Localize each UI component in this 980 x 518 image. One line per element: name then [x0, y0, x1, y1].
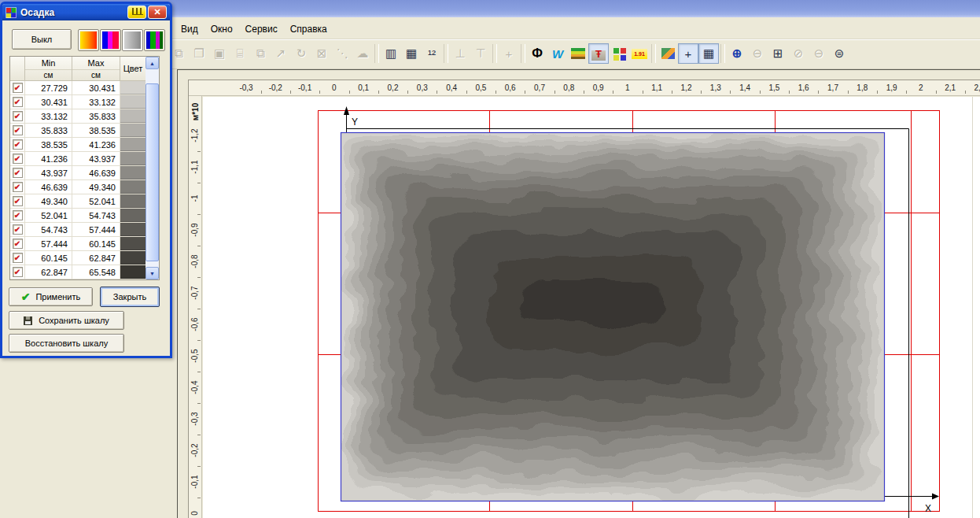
h-ruler-label: 1,5: [761, 83, 787, 92]
h-ruler-label: 1,4: [731, 83, 758, 92]
color-swatch[interactable]: [120, 124, 146, 137]
color-swatch[interactable]: [120, 95, 146, 109]
row-checkbox[interactable]: ✔: [13, 224, 23, 235]
color-swatch[interactable]: [120, 138, 146, 151]
copy-window-icon: ❐: [189, 43, 209, 64]
color-swatch[interactable]: [120, 251, 146, 265]
color-swatch[interactable]: [120, 223, 146, 236]
axes-toggle-icon[interactable]: +: [678, 43, 698, 64]
color-swatch[interactable]: [120, 194, 146, 208]
palette-green-blue-button[interactable]: [144, 29, 165, 51]
menu-item-Сервис[interactable]: Сервис: [239, 21, 284, 37]
scale-row[interactable]: ✔38.53541.236: [10, 138, 146, 152]
scale-row[interactable]: ✔35.83338.535: [10, 124, 146, 138]
color-swatch[interactable]: [120, 81, 146, 94]
color-swatch[interactable]: [120, 237, 146, 250]
h-ruler-label: 1: [614, 83, 641, 92]
legend-colors-icon[interactable]: [609, 43, 629, 64]
dialog-title-bar[interactable]: Осадка ✕: [2, 4, 170, 20]
color-swatch[interactable]: [120, 109, 146, 123]
color-swatch[interactable]: [120, 265, 146, 279]
max-value: 35.833: [72, 109, 120, 123]
min-value: 35.833: [25, 124, 72, 137]
settlement-probe-icon[interactable]: Ŧ: [588, 43, 609, 64]
off-button[interactable]: Выкл: [12, 29, 72, 50]
moisture-icon[interactable]: W: [547, 43, 568, 64]
close-icon[interactable]: ✕: [148, 6, 167, 19]
row-checkbox[interactable]: ✔: [13, 210, 23, 220]
v-ruler-label: -0,6: [190, 312, 200, 337]
color-swatch[interactable]: [120, 152, 146, 165]
scale-row[interactable]: ✔57.44460.145: [10, 237, 146, 251]
table-scrollbar[interactable]: ▲ ▼: [146, 57, 159, 279]
h-ruler-label: 0,1: [350, 83, 377, 92]
scale-row[interactable]: ✔46.63949.340: [10, 180, 146, 194]
menu-item-Справка[interactable]: Справка: [284, 21, 333, 37]
row-checkbox[interactable]: ✔: [13, 182, 23, 192]
scroll-down-icon[interactable]: ▼: [146, 267, 159, 279]
zoom-extents-icon[interactable]: ⊜: [829, 43, 849, 64]
settlement-plot[interactable]: Y X: [203, 96, 971, 518]
scale-row[interactable]: ✔54.74357.444: [10, 223, 146, 237]
min-value: 43.937: [25, 166, 72, 179]
scale-row[interactable]: ✔30.43133.132: [10, 95, 146, 109]
columns-marked-icon[interactable]: ▦: [401, 43, 422, 64]
row-checkbox[interactable]: ✔: [13, 253, 23, 263]
v-ruler-tick: [197, 372, 201, 372]
row-checkbox[interactable]: ✔: [13, 125, 23, 135]
chart-button[interactable]: [127, 6, 146, 19]
columns-diagram-icon[interactable]: ▥: [381, 43, 401, 64]
numbering-icon[interactable]: ¹²: [422, 43, 442, 64]
menu-item-Вид[interactable]: Вид: [175, 21, 204, 37]
x-axis-label: X: [925, 503, 931, 514]
scale-row[interactable]: ✔33.13235.833: [10, 109, 146, 124]
row-checkbox[interactable]: ✔: [13, 139, 23, 150]
row-checkbox[interactable]: ✔: [13, 111, 23, 121]
row-checkbox[interactable]: ✔: [13, 154, 23, 164]
palette-grayscale-button[interactable]: [122, 29, 143, 51]
menu-bar: ВидОкноСервисСправка: [175, 21, 333, 37]
grid-toggle-icon[interactable]: ▦: [698, 43, 719, 64]
scale-row[interactable]: ✔52.04154.743: [10, 209, 146, 223]
zoom-window-icon[interactable]: ⊞: [768, 43, 788, 64]
menu-item-Окно[interactable]: Окно: [204, 21, 239, 37]
max-value: 65.548: [72, 265, 120, 279]
scale-row[interactable]: ✔27.72930.431: [10, 81, 146, 95]
scale-row[interactable]: ✔60.14562.847: [10, 251, 146, 265]
row-checkbox[interactable]: ✔: [13, 239, 23, 249]
scroll-up-icon[interactable]: ▲: [146, 57, 159, 69]
row-checkbox[interactable]: ✔: [13, 97, 23, 107]
v-ruler-label: -0,9: [190, 217, 200, 242]
palette-yellow-red-button[interactable]: [78, 29, 99, 51]
save-scale-button[interactable]: Сохранить шкалу: [9, 311, 124, 330]
row-checkbox[interactable]: ✔: [13, 168, 23, 178]
color-swatch[interactable]: [120, 166, 146, 179]
settlement-map[interactable]: [325, 117, 901, 517]
close-button[interactable]: Закрыть: [100, 287, 160, 307]
color-swatch[interactable]: [120, 180, 146, 194]
row-checkbox[interactable]: ✔: [13, 267, 23, 277]
scale-row[interactable]: ✔41.23643.937: [10, 152, 146, 166]
row-checkbox[interactable]: ✔: [13, 196, 23, 206]
scale-row[interactable]: ✔49.34052.041: [10, 194, 146, 209]
zoom-in-icon[interactable]: ⊕: [727, 43, 747, 64]
scrollbar-thumb[interactable]: [146, 83, 159, 261]
restore-scale-button[interactable]: Восстановить шкалу: [9, 334, 124, 353]
palette-blue-magenta-button[interactable]: [100, 29, 121, 51]
h-ruler-label: 0,9: [585, 83, 612, 92]
display-options-icon[interactable]: [658, 43, 678, 64]
h-ruler-label: 2,1: [937, 83, 963, 92]
settlement-scale-dialog: Осадка ✕ Выкл Min см: [0, 2, 172, 358]
value-label-icon[interactable]: 1.91: [629, 43, 650, 64]
scale-row[interactable]: ✔62.84765.548: [10, 265, 146, 279]
color-swatch[interactable]: [120, 209, 146, 222]
row-checkbox[interactable]: ✔: [13, 83, 23, 93]
scale-row[interactable]: ✔43.93746.639: [10, 166, 146, 180]
v-ruler-label: 0: [190, 501, 200, 518]
scale-view-icon: ↗: [271, 43, 291, 64]
phi-coefficient-icon[interactable]: Ф: [527, 43, 547, 64]
max-value: 38.535: [72, 124, 120, 137]
y-axis-label: Y: [352, 117, 358, 128]
soil-layers-icon[interactable]: [568, 43, 588, 64]
apply-button[interactable]: ✔ Применить: [9, 287, 93, 306]
